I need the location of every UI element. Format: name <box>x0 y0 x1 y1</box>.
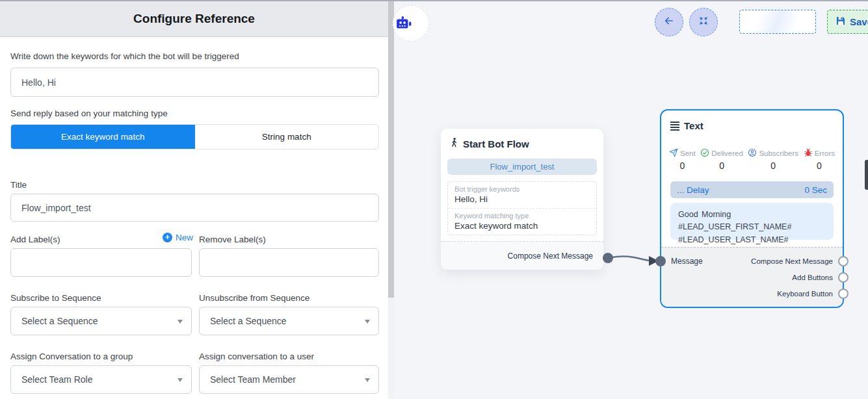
window-top-border <box>0 0 868 1</box>
toolbar-placeholder-button[interactable] <box>739 10 816 34</box>
start-node-output-port[interactable] <box>603 253 613 263</box>
matching-type-tabs: Exact keyword match String match <box>10 124 379 149</box>
unsubscribe-sequence-select[interactable]: Select a Sequence <box>199 307 379 335</box>
tab-exact-keyword-match[interactable]: Exact keyword match <box>11 125 195 149</box>
assign-user-select[interactable]: Select Team Member <box>199 365 379 394</box>
tab-string-match[interactable]: String match <box>195 125 379 149</box>
text-node-title: Text <box>684 120 704 131</box>
delay-value: 0 Sec <box>804 185 827 195</box>
unsubscribe-sequence-value: Select a Sequence <box>210 316 287 326</box>
stat-errors-label: Errors <box>815 149 835 157</box>
start-node-fields: Bot trigger keywords Hello, Hi Keyword m… <box>447 181 597 235</box>
stat-delivered-label: Delivered <box>711 149 743 157</box>
new-label-button[interactable]: + New <box>163 233 193 242</box>
stat-subscribers-value: 0 <box>770 161 776 171</box>
remove-labels-input[interactable] <box>199 248 379 277</box>
text-node-input-port[interactable] <box>655 256 666 266</box>
add-labels-input[interactable] <box>10 248 192 277</box>
bug-icon <box>804 148 813 159</box>
subscribe-sequence-label: Subscribe to Sequence <box>10 293 101 303</box>
assign-group-value: Select Team Role <box>21 374 92 385</box>
stat-sent-label: Sent <box>680 149 696 157</box>
stat-errors: Errors 0 <box>804 148 835 171</box>
keywords-input[interactable] <box>10 68 379 97</box>
title-input[interactable] <box>10 194 379 222</box>
drag-handle-icon[interactable] <box>670 122 679 131</box>
keywords-label: Write down the keywords for which the bo… <box>10 51 239 61</box>
trigger-keywords-value: Hello, Hi <box>454 194 590 204</box>
add-buttons-port[interactable] <box>838 272 848 283</box>
trigger-keywords-label: Bot trigger keywords <box>454 185 590 193</box>
output-compose-next-message-label: Compose Next Message <box>751 257 833 265</box>
stat-sent: Sent 0 <box>669 148 696 171</box>
message-bubble[interactable]: Good Morning #LEAD_USER_FIRST_NAME# #LEA… <box>670 203 834 240</box>
arrow-left-icon <box>663 14 676 30</box>
delay-setting-bar[interactable]: ... Delay 0 Sec <box>670 181 834 198</box>
chevron-down-icon <box>365 320 370 324</box>
output-add-buttons-label: Add Buttons <box>792 274 833 281</box>
panel-scrollbar-thumb[interactable] <box>388 1 394 298</box>
fit-view-button[interactable] <box>689 8 718 36</box>
assign-user-value: Select Team Member <box>210 374 296 385</box>
plus-circle-icon: + <box>163 233 172 242</box>
save-button[interactable]: Save <box>827 10 868 34</box>
configure-reference-panel: Configure Reference Write down the keywo… <box>0 0 388 399</box>
unsubscribe-sequence-label: Unsubscribe from Sequence <box>199 293 309 303</box>
matching-type-field: Keyword matching type Exact keyword matc… <box>448 208 596 235</box>
keyboard-button-port[interactable] <box>838 289 848 299</box>
robot-icon <box>395 15 412 34</box>
subscribe-sequence-select[interactable]: Select a Sequence <box>10 307 192 335</box>
title-label: Title <box>10 180 27 190</box>
walking-person-icon <box>449 137 459 150</box>
canvas-scrollbar-thumb[interactable] <box>865 160 868 190</box>
compress-icon <box>698 15 709 29</box>
paper-plane-icon <box>669 148 678 159</box>
assign-user-label: Assign conversation to a user <box>199 352 314 361</box>
start-node-header: Start Bot Flow <box>449 137 529 150</box>
panel-title: Configure Reference <box>133 12 255 26</box>
start-node-title: Start Bot Flow <box>463 138 529 149</box>
new-label-button-text: New <box>176 233 193 242</box>
back-button[interactable] <box>655 8 683 36</box>
start-bot-flow-node[interactable]: Start Bot Flow Flow_import_test Bot trig… <box>441 129 603 270</box>
flow-name-text: Flow_import_test <box>490 162 555 172</box>
matching-type-field-label: Keyword matching type <box>454 212 590 220</box>
save-icon <box>835 16 846 28</box>
start-node-footer: Compose Next Message <box>441 241 603 270</box>
compose-next-message-port[interactable] <box>838 256 848 266</box>
person-circle-icon <box>748 148 757 159</box>
flow-name-pill[interactable]: Flow_import_test <box>447 159 597 175</box>
stat-delivered: Delivered 0 <box>700 148 743 171</box>
assign-group-select[interactable]: Select Team Role <box>10 365 192 394</box>
chevron-down-icon <box>178 378 183 382</box>
text-node-header: Text <box>670 120 704 131</box>
matching-type-field-value: Exact keyword match <box>454 221 590 231</box>
output-keyboard-button-label: Keyboard Button <box>777 290 833 298</box>
chevron-down-icon <box>365 378 370 382</box>
stat-errors-value: 0 <box>817 161 822 171</box>
assign-group-label: Assign Conversation to a group <box>10 352 133 361</box>
stat-sent-value: 0 <box>679 161 685 171</box>
stat-delivered-value: 0 <box>719 161 724 171</box>
matching-type-label: Send reply based on your matching type <box>10 109 168 118</box>
check-circle-icon <box>700 148 709 159</box>
stat-subscribers-label: Subscribers <box>759 149 798 157</box>
chevron-down-icon <box>178 320 183 324</box>
trigger-keywords-field: Bot trigger keywords Hello, Hi <box>448 182 596 208</box>
panel-header: Configure Reference <box>0 1 388 37</box>
save-button-label: Save <box>850 16 868 27</box>
remove-labels-label: Remove Label(s) <box>199 235 266 244</box>
text-node-stats: Sent 0 Delivered 0 <box>669 148 835 171</box>
add-labels-label: Add Label(s) <box>10 235 60 244</box>
delay-label: ... Delay <box>677 185 709 195</box>
message-input-label: Message <box>671 257 703 266</box>
subscribe-sequence-value: Select a Sequence <box>21 316 98 326</box>
compose-next-message-label: Compose Next Message <box>508 251 593 261</box>
stat-subscribers: Subscribers 0 <box>748 148 798 171</box>
